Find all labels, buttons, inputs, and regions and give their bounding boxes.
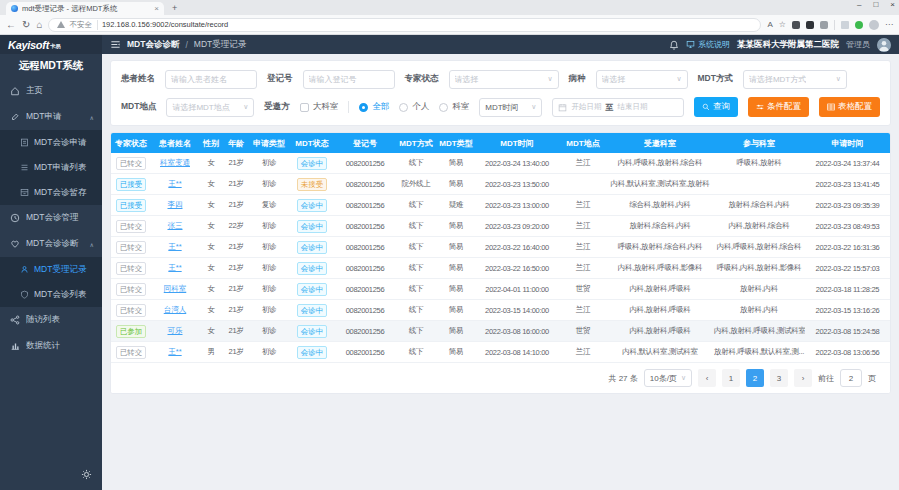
mdt-place-select[interactable]: 请选择MDT地点∨ — [166, 98, 254, 117]
prev-page-button[interactable]: ‹ — [698, 369, 716, 387]
page-button[interactable]: 2 — [746, 369, 764, 387]
sidebar-item-statistics[interactable]: 数据统计 — [0, 333, 102, 359]
column-header: MDT类型 — [437, 138, 475, 149]
big-dept-checkbox[interactable]: 大科室 — [300, 101, 339, 113]
patient-name-link[interactable]: 王** — [168, 179, 181, 188]
favorite-star-icon[interactable]: ☆ — [779, 20, 786, 29]
table-grid-icon — [827, 103, 835, 111]
extension-icon[interactable] — [792, 21, 800, 29]
patient-name-input[interactable] — [165, 70, 257, 89]
home-button[interactable]: ⌂ — [36, 20, 42, 30]
split-screen-icon[interactable] — [841, 21, 849, 29]
hospital-name: 某某医科大学附属第二医院 — [737, 39, 839, 51]
sidebar-item-consult-diagnose[interactable]: MDT会诊诊断 ∧ — [0, 231, 102, 257]
invited-depts-cell: 内科,放射科,呼吸科,影像科 — [607, 263, 713, 273]
patient-name-link[interactable]: 台湾人 — [164, 305, 187, 314]
mdt-way-cell: 线下 — [395, 326, 437, 336]
read-aloud-icon[interactable]: A — [767, 20, 772, 29]
sidebar-item-mdt-apply[interactable]: MDT申请 ∧ — [0, 104, 102, 130]
window-close-button[interactable]: × — [890, 0, 895, 9]
browser-urlbar: ← ↻ ⌂ 不安全 192.168.0.156:9002/consultate/… — [0, 15, 899, 35]
extension-badge-icon[interactable] — [855, 21, 863, 29]
table-config-button[interactable]: 表格配置 — [819, 97, 880, 117]
browser-tab[interactable]: mdt受理记录 - 远程MDT系统 × — [6, 2, 164, 15]
window-minimize-button[interactable]: – — [857, 0, 861, 9]
sidebar-item-home[interactable]: 主页 — [0, 78, 102, 104]
page-button[interactable]: 3 — [770, 369, 788, 387]
sidebar-menu: 主页 MDT申请 ∧ MDT会诊申请 MDT申请列表 — [0, 78, 102, 490]
table-header-row: 专家状态患者姓名性别年龄申请类型MDT状态登记号MDT方式MDT类型MDT时间M… — [111, 133, 890, 153]
search-button[interactable]: 查询 — [694, 97, 738, 117]
age-cell: 21岁 — [223, 263, 249, 273]
date-range-picker[interactable]: 开始日期 至 结束日期 — [552, 98, 684, 117]
system-help-link[interactable]: 系统说明 — [686, 39, 730, 50]
radio-dept[interactable]: 科室 — [439, 101, 469, 113]
expert-status-select[interactable]: 请选择∨ — [449, 70, 559, 89]
sidebar-item-consult-manage[interactable]: MDT会诊管理 — [0, 205, 102, 231]
radio-personal[interactable]: 个人 — [399, 101, 429, 113]
back-button[interactable]: ← — [6, 20, 16, 30]
mdt-place-cell: 兰江 — [559, 305, 607, 315]
mdt-way-cell: 线下 — [395, 305, 437, 315]
new-tab-button[interactable]: + — [172, 2, 177, 15]
regno-cell: 0082001256 — [335, 285, 395, 294]
patient-name-link[interactable]: 王** — [168, 242, 181, 251]
more-menu-icon[interactable]: ⋯ — [885, 20, 893, 29]
table-row[interactable]: 已转交 王** 女 21岁 初诊 会诊中 0082001256 线下 简易 20… — [111, 237, 890, 258]
column-header: MDT方式 — [395, 138, 437, 149]
mdt-way-cell: 线下 — [395, 347, 437, 357]
regno-input[interactable] — [303, 70, 395, 89]
patient-name-link[interactable]: 同科室 — [164, 284, 187, 293]
patient-name-link[interactable]: 可乐 — [168, 326, 183, 335]
patient-name-link[interactable]: 王** — [168, 263, 181, 272]
address-bar[interactable]: 不安全 192.168.0.156:9002/consultate/record — [48, 18, 761, 32]
mdt-status-tag: 会诊中 — [297, 199, 328, 212]
radio-all[interactable]: 全部 — [359, 101, 389, 113]
table-row[interactable]: 已转交 张三 女 22岁 初诊 会诊中 0082001256 线下 简易 202… — [111, 216, 890, 237]
table-row[interactable]: 已转交 科室变通 女 21岁 初诊 会诊中 0082001256 线下 简易 2… — [111, 153, 890, 174]
browser-profile-icon[interactable] — [869, 20, 879, 30]
table-row[interactable]: 已参加 可乐 女 21岁 初诊 会诊中 0082001256 线下 简易 202… — [111, 321, 890, 342]
table-row[interactable]: 已转交 王** 女 21岁 初诊 会诊中 0082001256 线下 简易 20… — [111, 258, 890, 279]
breadcrumb-section[interactable]: MDT会诊诊断 — [127, 39, 179, 51]
joined-depts-cell: 呼吸科,放射科 — [713, 158, 805, 168]
patient-name-link[interactable]: 张三 — [168, 221, 183, 230]
sidebar-item-consult-apply[interactable]: MDT会诊申请 — [0, 130, 102, 155]
table-row[interactable]: 已接受 李四 女 21岁 复诊 会诊中 0082001256 线下 疑难 202… — [111, 195, 890, 216]
collapse-menu-icon[interactable] — [110, 39, 121, 50]
patient-name-link[interactable]: 王** — [168, 347, 181, 356]
page-size-select[interactable]: 10条/页∨ — [644, 369, 692, 387]
sidebar-item-accept-record[interactable]: MDT受理记录 — [0, 257, 102, 282]
mdt-way-select[interactable]: 请选择MDT方式∨ — [743, 70, 847, 89]
extension-icon[interactable] — [806, 21, 814, 29]
patient-name-link[interactable]: 李四 — [168, 200, 183, 209]
condition-config-button[interactable]: 条件配置 — [748, 97, 809, 117]
refresh-button[interactable]: ↻ — [22, 20, 30, 30]
settings-gear-icon[interactable] — [81, 469, 92, 480]
mdt-time-cell: 2022-03-22 16:40:00 — [475, 243, 559, 252]
table-row[interactable]: 已接受 王** 女 21岁 初诊 未接受 0082001256 院外线上 简易 … — [111, 174, 890, 195]
next-page-button[interactable]: › — [794, 369, 812, 387]
disease-select[interactable]: 请选择∨ — [596, 70, 688, 89]
table-row[interactable]: 已转交 同科室 女 21岁 初诊 会诊中 0082001256 线下 简易 20… — [111, 279, 890, 300]
goto-page-input[interactable] — [840, 369, 862, 387]
time-type-select[interactable]: MDT时间∨ — [479, 98, 542, 117]
patient-name-link[interactable]: 科室变通 — [160, 158, 190, 167]
apply-type-cell: 复诊 — [249, 200, 289, 210]
sidebar-item-consult-draft[interactable]: MDT会诊暂存 — [0, 180, 102, 205]
sidebar-item-apply-list[interactable]: MDT申请列表 — [0, 155, 102, 180]
mdt-status-tag: 会诊中 — [297, 325, 328, 338]
sidebar-item-consult-list[interactable]: MDT会诊列表 — [0, 282, 102, 307]
table-row[interactable]: 已转交 台湾人 女 21岁 初诊 会诊中 0082001256 线下 简易 20… — [111, 300, 890, 321]
window-maximize-button[interactable]: □ — [873, 0, 878, 9]
sidebar-item-followup-list[interactable]: 随访列表 — [0, 307, 102, 333]
tab-close-icon[interactable]: × — [154, 5, 159, 13]
extension-icon[interactable] — [820, 21, 828, 29]
table-row[interactable]: 已转交 王** 男 21岁 初诊 会诊中 0082001256 线下 简易 20… — [111, 342, 890, 363]
notification-bell-icon[interactable] — [669, 40, 679, 50]
invited-depts-cell: 内科,放射科,呼吸科 — [607, 305, 713, 315]
page-button[interactable]: 1 — [722, 369, 740, 387]
regno-cell: 0082001256 — [335, 159, 395, 168]
user-avatar[interactable] — [877, 38, 891, 52]
regno-cell: 0082001256 — [335, 201, 395, 210]
